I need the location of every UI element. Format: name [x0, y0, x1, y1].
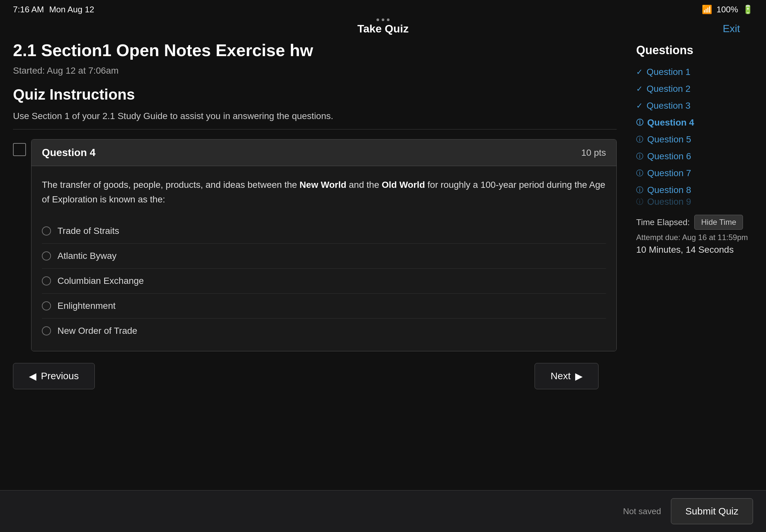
quiz-started: Started: Aug 12 at 7:06am: [13, 66, 617, 76]
question-list-item-6[interactable]: ⓘ Question 6: [636, 148, 753, 165]
question-list: ✓ Question 1 ✓ Question 2 ✓ Question 3 ⓘ…: [636, 64, 753, 205]
section-divider: [13, 129, 617, 129]
instructions-text: Use Section 1 of your 2.1 Study Guide to…: [13, 111, 617, 121]
attempt-due: Attempt due: Aug 16 at 11:59pm: [636, 233, 753, 242]
question-list-item-9[interactable]: ⓘ Question 9: [636, 199, 753, 205]
answer-option-1[interactable]: Trade of Straits: [42, 219, 606, 244]
next-button[interactable]: Next ▶: [535, 363, 599, 389]
answer-text-3: Columbian Exchange: [57, 276, 144, 286]
nav-dots: [376, 18, 390, 21]
time-section: Time Elapsed: Hide Time Attempt due: Aug…: [636, 215, 753, 255]
nav-bar: Take Quiz Exit: [0, 18, 766, 40]
left-content: 2.1 Section1 Open Notes Exercise hw Star…: [13, 40, 623, 507]
wifi-icon: 📶: [702, 5, 712, 15]
submit-quiz-button[interactable]: Submit Quiz: [671, 498, 753, 524]
status-day: Mon Aug 12: [49, 5, 94, 15]
battery-percentage: 100%: [717, 5, 738, 15]
quiz-title: 2.1 Section1 Open Notes Exercise hw: [13, 40, 617, 60]
time-elapsed: 10 Minutes, 14 Seconds: [636, 245, 753, 255]
previous-button[interactable]: ◀ Previous: [13, 363, 95, 389]
not-saved-text: Not saved: [623, 506, 661, 516]
radio-2[interactable]: [42, 251, 51, 260]
bold-term-2: Old World: [382, 180, 425, 190]
question-points: 10 pts: [581, 148, 606, 158]
status-bar: 7:16 AM Mon Aug 12 📶 100% 🔋: [0, 0, 766, 18]
status-time: 7:16 AM: [13, 5, 44, 15]
check-icon-2: ✓: [636, 84, 643, 93]
bottom-bar: Not saved Submit Quiz: [0, 490, 766, 532]
time-label-text: Time Elapsed:: [636, 217, 690, 227]
question-list-item-8[interactable]: ⓘ Question 8: [636, 182, 753, 199]
nav-title: Take Quiz: [357, 22, 409, 35]
answer-option-4[interactable]: Enlightenment: [42, 294, 606, 319]
sidebar-title: Questions: [636, 43, 753, 57]
battery-icon: 🔋: [743, 5, 753, 15]
question-list-item-2[interactable]: ✓ Question 2: [636, 80, 753, 97]
question-list-item-1[interactable]: ✓ Question 1: [636, 64, 753, 80]
question-list-label-7: Question 7: [647, 168, 691, 178]
question-icon-8: ⓘ: [636, 185, 643, 195]
answer-option-3[interactable]: Columbian Exchange: [42, 269, 606, 294]
question-list-label-2: Question 2: [647, 84, 690, 94]
question-list-label-5: Question 5: [647, 134, 691, 145]
question-list-label-9: Question 9: [647, 199, 691, 205]
previous-arrow-icon: ◀: [29, 370, 36, 382]
right-sidebar: Questions ✓ Question 1 ✓ Question 2 ✓ Qu…: [636, 40, 753, 507]
main-layout: 2.1 Section1 Open Notes Exercise hw Star…: [0, 40, 766, 507]
question-label: Question 4: [42, 147, 95, 159]
radio-3[interactable]: [42, 276, 51, 285]
question-list-item-7[interactable]: ⓘ Question 7: [636, 165, 753, 182]
question-text: The transfer of goods, people, products,…: [42, 178, 606, 207]
question-list-item-5[interactable]: ⓘ Question 5: [636, 131, 753, 148]
bold-term-1: New World: [299, 180, 346, 190]
check-icon-1: ✓: [636, 67, 643, 77]
time-label: Time Elapsed: Hide Time: [636, 215, 753, 230]
previous-label: Previous: [41, 370, 79, 381]
question-box: Question 4 10 pts The transfer of goods,…: [31, 139, 617, 351]
answer-text-4: Enlightenment: [57, 301, 115, 311]
question-header: Question 4 10 pts: [31, 139, 616, 166]
nav-buttons: ◀ Previous Next ▶: [13, 351, 617, 396]
question-icon-7: ⓘ: [636, 168, 643, 178]
exit-button[interactable]: Exit: [723, 23, 740, 35]
next-arrow-icon: ▶: [575, 370, 583, 382]
question-icon-5: ⓘ: [636, 135, 643, 144]
question-list-label-1: Question 1: [647, 67, 690, 77]
question-list-label-8: Question 8: [647, 185, 691, 195]
question-body: The transfer of goods, people, products,…: [31, 166, 616, 351]
answer-option-5[interactable]: New Order of Trade: [42, 319, 606, 343]
question-list-item-4[interactable]: ⓘ Question 4: [636, 114, 753, 131]
next-label: Next: [551, 370, 571, 381]
radio-1[interactable]: [42, 226, 51, 236]
radio-4[interactable]: [42, 301, 51, 310]
bookmark-icon[interactable]: [13, 143, 26, 156]
question-list-label-6: Question 6: [647, 151, 691, 162]
radio-5[interactable]: [42, 326, 51, 335]
answer-text-2: Atlantic Byway: [57, 251, 116, 261]
question-icon-9: ⓘ: [636, 199, 643, 205]
question-list-item-3[interactable]: ✓ Question 3: [636, 97, 753, 114]
question-icon-6: ⓘ: [636, 151, 643, 161]
answer-option-2[interactable]: Atlantic Byway: [42, 244, 606, 269]
check-icon-3: ✓: [636, 101, 643, 110]
instructions-heading: Quiz Instructions: [13, 86, 617, 103]
question-list-label-3: Question 3: [647, 101, 690, 111]
question-icon-4: ⓘ: [636, 118, 643, 127]
question-container: Question 4 10 pts The transfer of goods,…: [13, 139, 617, 351]
answer-text-5: New Order of Trade: [57, 326, 137, 336]
question-list-label-4: Question 4: [647, 117, 694, 128]
answer-text-1: Trade of Straits: [57, 226, 119, 236]
hide-time-button[interactable]: Hide Time: [694, 215, 743, 230]
